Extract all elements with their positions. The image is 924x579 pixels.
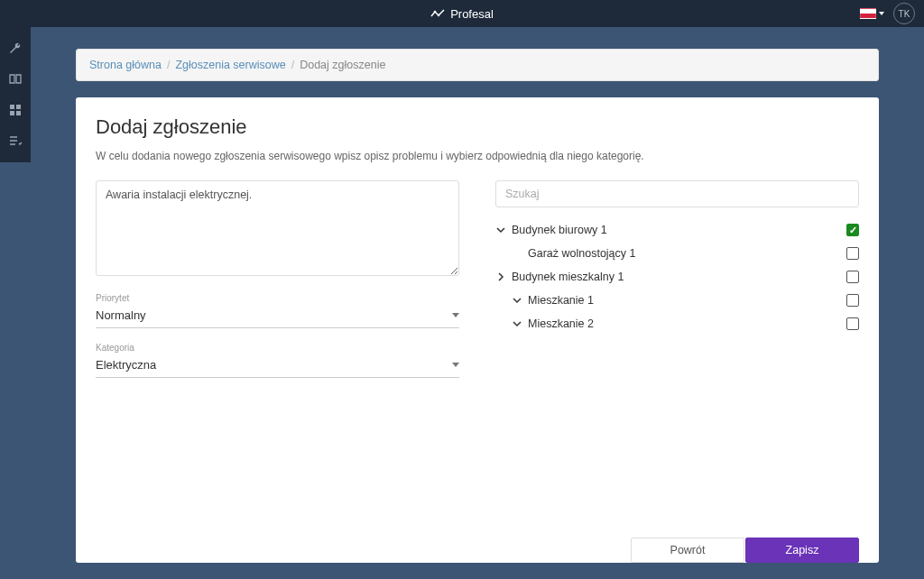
tree-row[interactable]: Mieszkanie 1: [495, 289, 859, 312]
breadcrumb-section[interactable]: Zgłoszenia serwisowe: [175, 59, 285, 71]
svg-point-0: [434, 11, 437, 14]
tree-item-label: Garaż wolnostojący 1: [528, 247, 636, 260]
tree-row[interactable]: Budynek biurowy 1: [495, 218, 859, 242]
sidebar: [0, 27, 31, 162]
caret-down-icon: [879, 12, 884, 15]
save-button[interactable]: Zapisz: [745, 538, 859, 563]
breadcrumb-home[interactable]: Strona główna: [89, 59, 162, 71]
content-area: Strona główna / Zgłoszenia serwisowe / D…: [31, 27, 924, 579]
priority-value: Normalny: [96, 308, 146, 322]
user-avatar[interactable]: TK: [893, 3, 915, 24]
location-tree: Budynek biurowy 1Garaż wolnostojący 1Bud…: [495, 218, 859, 335]
svg-rect-3: [16, 105, 21, 109]
breadcrumb-sep: /: [291, 59, 294, 71]
tree-item-label: Mieszkanie 1: [528, 294, 594, 307]
book-icon[interactable]: [8, 72, 23, 87]
chevron-down-icon[interactable]: [495, 225, 506, 234]
svg-point-1: [438, 14, 440, 17]
svg-rect-5: [16, 111, 21, 115]
priority-field: Priorytet Normalny: [96, 293, 459, 328]
form-card: Dodaj zgłoszenie W celu dodania nowego z…: [76, 97, 879, 563]
tree-row[interactable]: Budynek mieszkalny 1: [495, 265, 859, 289]
back-button[interactable]: Powrót: [631, 538, 744, 563]
breadcrumb-current: Dodaj zgłoszenie: [300, 59, 385, 71]
grid-icon[interactable]: [8, 103, 23, 117]
category-field: Kategoria Elektryczna: [96, 343, 459, 378]
wrench-icon[interactable]: [8, 41, 23, 56]
category-label: Kategoria: [96, 343, 459, 353]
right-column: Budynek biurowy 1Garaż wolnostojący 1Bud…: [495, 180, 859, 378]
priority-select[interactable]: Normalny: [96, 305, 459, 328]
tree-item-label: Budynek biurowy 1: [512, 224, 607, 236]
tree-checkbox[interactable]: [846, 224, 859, 236]
list-check-icon[interactable]: [8, 133, 23, 148]
card-footer: Powrót Zapisz: [631, 538, 859, 563]
tree-search-input[interactable]: [495, 180, 859, 207]
logo-icon: [430, 8, 445, 19]
description-textarea[interactable]: [96, 180, 459, 276]
left-column: Priorytet Normalny Kategoria Elektryczna: [96, 180, 459, 378]
app-logo[interactable]: Profesal: [430, 7, 494, 21]
chevron-down-icon: [452, 313, 459, 317]
chevron-down-icon[interactable]: [512, 319, 522, 328]
svg-rect-4: [10, 111, 14, 115]
user-initials: TK: [899, 9, 910, 19]
language-selector[interactable]: [860, 8, 884, 19]
tree-item-label: Mieszkanie 2: [528, 317, 594, 330]
tree-row[interactable]: Garaż wolnostojący 1: [495, 242, 859, 265]
breadcrumb: Strona główna / Zgłoszenia serwisowe / D…: [76, 49, 879, 81]
tree-checkbox[interactable]: [846, 317, 859, 330]
chevron-right-icon[interactable]: [495, 272, 506, 281]
app-name: Profesal: [450, 7, 494, 21]
flag-icon: [860, 8, 876, 19]
chevron-down-icon[interactable]: [512, 296, 522, 305]
topbar: Profesal TK: [0, 0, 924, 27]
svg-rect-2: [10, 105, 14, 109]
category-value: Elektryczna: [96, 358, 156, 372]
breadcrumb-sep: /: [167, 59, 170, 71]
tree-checkbox[interactable]: [846, 247, 859, 260]
page-title: Dodaj zgłoszenie: [96, 115, 859, 139]
page-subtitle: W celu dodania nowego zgłoszenia serwiso…: [96, 150, 859, 162]
chevron-down-icon: [452, 363, 459, 367]
tree-checkbox[interactable]: [846, 294, 859, 307]
priority-label: Priorytet: [96, 293, 459, 303]
tree-row[interactable]: Mieszkanie 2: [495, 312, 859, 335]
tree-checkbox[interactable]: [846, 271, 859, 283]
category-select[interactable]: Elektryczna: [96, 354, 459, 378]
tree-item-label: Budynek mieszkalny 1: [512, 271, 624, 283]
